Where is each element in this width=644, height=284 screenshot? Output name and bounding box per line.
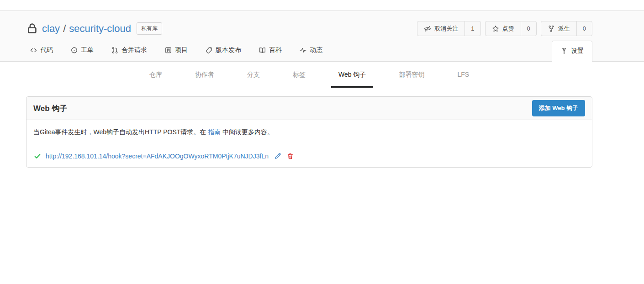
subnav-item-repository[interactable]: 仓库 — [142, 71, 169, 88]
lock-icon — [26, 22, 38, 35]
tab-code[interactable]: 代码 — [26, 42, 57, 61]
description-text-before: 当Gitea事件发生时，Web钩子自动发出HTTP POST请求。在 — [33, 128, 208, 136]
repo-name-link[interactable]: security-cloud — [69, 23, 131, 35]
description-text-after: 中阅读更多内容。 — [221, 128, 274, 136]
tools-icon — [560, 47, 568, 55]
global-nav-remnant — [0, 0, 644, 11]
repo-title-row: clay / security-cloud 私有库 取消关注 — [26, 11, 592, 36]
star-icon — [492, 25, 499, 32]
unwatch-button-group: 取消关注 1 — [417, 21, 480, 36]
tab-issues[interactable]: 工单 — [67, 42, 97, 61]
tab-label: 代码 — [40, 46, 53, 54]
fork-button-group: 派生 0 — [541, 21, 592, 36]
tab-projects[interactable]: 项目 — [161, 42, 191, 61]
add-webhook-button[interactable]: 添加 Web 钩子 — [532, 100, 585, 116]
repo-owner-link[interactable]: clay — [42, 23, 60, 35]
subnav-item-branches[interactable]: 分支 — [240, 71, 267, 88]
repo-actions: 取消关注 1 点赞 0 — [417, 21, 592, 36]
tag-icon — [205, 47, 213, 54]
webhooks-panel-header: Web 钩子 添加 Web 钩子 — [26, 97, 592, 120]
webhooks-panel: Web 钩子 添加 Web 钩子 当Gitea事件发生时，Web钩子自动发出HT… — [26, 96, 592, 168]
webhooks-description: 当Gitea事件发生时，Web钩子自动发出HTTP POST请求。在 指南 中阅… — [26, 120, 592, 145]
tab-settings[interactable]: 设置 — [552, 41, 592, 62]
tab-label: 项目 — [175, 46, 188, 54]
stars-count[interactable]: 0 — [521, 21, 536, 36]
tab-label: 设置 — [571, 47, 584, 55]
tab-pull-requests[interactable]: 合并请求 — [107, 42, 151, 61]
activity-icon — [299, 47, 307, 54]
fork-label: 派生 — [558, 25, 570, 33]
subnav-item-collaborators[interactable]: 协作者 — [188, 71, 222, 88]
guide-link[interactable]: 指南 — [208, 128, 221, 136]
repo-title: clay / security-cloud — [42, 23, 131, 35]
fork-icon — [548, 25, 555, 32]
tab-label: 动态 — [310, 46, 322, 54]
tab-activity[interactable]: 动态 — [296, 42, 326, 61]
unwatch-button[interactable]: 取消关注 — [417, 21, 465, 36]
fork-button[interactable]: 派生 — [541, 21, 576, 36]
watchers-count[interactable]: 1 — [465, 21, 480, 36]
webhook-list-item: http://192.168.101.14/hook?secret=AFdAKJ… — [26, 145, 592, 167]
private-repo-badge: 私有库 — [137, 22, 162, 35]
star-button-group: 点赞 0 — [485, 21, 537, 36]
delete-webhook-trash-icon[interactable] — [287, 153, 294, 160]
unwatch-label: 取消关注 — [434, 25, 458, 33]
eye-slash-icon — [424, 25, 431, 32]
tab-wiki[interactable]: 百科 — [255, 42, 285, 61]
star-button[interactable]: 点赞 — [486, 21, 521, 36]
book-icon — [259, 47, 266, 54]
edit-webhook-pencil-icon[interactable] — [274, 153, 281, 160]
forks-count[interactable]: 0 — [576, 21, 592, 36]
repo-title-separator: / — [63, 23, 66, 35]
project-icon — [164, 47, 172, 54]
subnav-item-lfs[interactable]: LFS — [450, 71, 476, 88]
tab-label: 工单 — [81, 46, 94, 54]
tab-label: 百科 — [269, 46, 282, 54]
check-icon — [33, 153, 42, 160]
webhook-url-link[interactable]: http://192.168.101.14/hook?secret=AFdAKJ… — [46, 153, 269, 160]
tab-label: 合并请求 — [121, 46, 147, 54]
repo-tabs: 代码 工单 合并请求 — [26, 41, 592, 61]
subnav-item-deploy-keys[interactable]: 部署密钥 — [391, 71, 432, 88]
repo-header-wrapper: clay / security-cloud 私有库 取消关注 — [0, 11, 644, 62]
tab-label: 版本发布 — [216, 46, 241, 54]
tab-releases[interactable]: 版本发布 — [201, 42, 245, 61]
settings-subnav: 仓库 协作者 分支 标签 Web 钩子 部署密钥 LFS — [26, 62, 592, 87]
subnav-item-webhooks[interactable]: Web 钩子 — [331, 71, 373, 88]
issue-icon — [70, 47, 78, 54]
star-label: 点赞 — [502, 25, 514, 33]
code-icon — [30, 47, 37, 54]
subnav-item-tags[interactable]: 标签 — [285, 71, 313, 88]
pull-request-icon — [111, 47, 119, 54]
panel-title: Web 钩子 — [33, 103, 67, 114]
settings-subnav-wrapper: 仓库 协作者 分支 标签 Web 钩子 部署密钥 LFS — [0, 62, 644, 87]
